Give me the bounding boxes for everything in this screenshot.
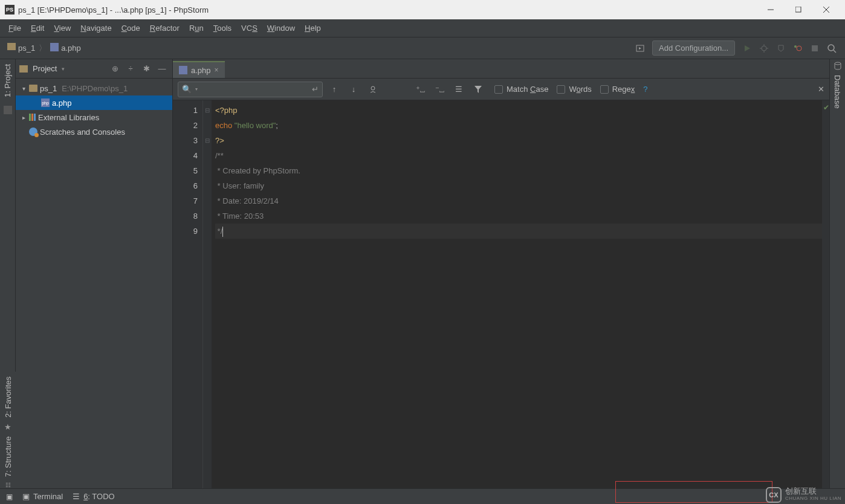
svg-rect-4: [7, 43, 16, 50]
close-tab-icon[interactable]: ×: [215, 66, 219, 74]
add-selection-icon[interactable]: ⁺⎵: [412, 82, 428, 97]
regex-checkbox[interactable]: Regex: [600, 85, 635, 94]
svg-rect-15: [812, 45, 818, 51]
words-checkbox[interactable]: Words: [557, 85, 591, 94]
menu-refactor[interactable]: Refactor: [145, 21, 184, 35]
menubar: FileEditViewNavigateCodeRefactorRunTools…: [0, 19, 845, 37]
brand-logo-icon: CX: [766, 487, 782, 503]
select-all-icon[interactable]: [365, 82, 381, 97]
run-button[interactable]: [739, 40, 756, 57]
menu-tools[interactable]: Tools: [209, 21, 236, 35]
debug-button[interactable]: [756, 40, 772, 57]
code-editor[interactable]: 123456789 ⊟⊟ <?phpecho "hello word";?>/*…: [173, 100, 829, 488]
brand-watermark: CX 创新互联CHUANG XIN HU LIAN: [766, 487, 841, 503]
fold-gutter[interactable]: ⊟⊟: [203, 100, 212, 488]
structure-tool-tab[interactable]: 7: Structure: [1, 431, 15, 482]
search-input[interactable]: 🔍 ▾ ↵: [178, 82, 323, 97]
folder-icon: [4, 106, 12, 114]
menu-edit[interactable]: Edit: [26, 21, 49, 35]
line-number-gutter: 123456789: [173, 100, 203, 488]
prev-match-button[interactable]: ↑: [326, 82, 342, 97]
project-dropdown-icon[interactable]: ▾: [62, 66, 65, 72]
coverage-button[interactable]: [772, 40, 789, 57]
menu-file[interactable]: File: [4, 21, 26, 35]
right-tool-strip: Database: [829, 59, 845, 488]
add-configuration-button[interactable]: Add Configuration...: [652, 40, 735, 56]
close-findbar-icon[interactable]: ✕: [818, 85, 824, 94]
match-case-checkbox[interactable]: Match Case: [494, 85, 548, 94]
menu-vcs[interactable]: VCS: [236, 21, 262, 35]
regex-help-icon[interactable]: ?: [643, 85, 647, 94]
svg-point-19: [371, 86, 375, 90]
folder-icon: [19, 65, 28, 73]
tree-node[interactable]: ▾ps_1E:\PHPDemo\ps_1: [16, 81, 172, 95]
highlight-box: [615, 481, 772, 503]
editor-tab-label: a.php: [191, 66, 211, 75]
search-icon: 🔍: [182, 85, 192, 94]
project-tree[interactable]: ▾ps_1E:\PHPDemo\ps_1phpa.php▸External Li…: [16, 79, 172, 488]
stop-button[interactable]: [806, 40, 823, 57]
structure-icon: ☷: [5, 482, 11, 488]
menu-help[interactable]: Help: [300, 21, 326, 35]
todo-tool-button[interactable]: ☰6: TODO: [73, 492, 115, 501]
menu-run[interactable]: Run: [184, 21, 209, 35]
breadcrumb-separator: 〉: [39, 43, 47, 54]
status-bar: ▣ ▣Terminal ☰6: TODO CX 创新互联CHUANG XIN H…: [0, 488, 845, 504]
svg-line-17: [834, 50, 836, 53]
terminal-tool-button[interactable]: ▣Terminal: [22, 492, 63, 501]
database-tool-tab[interactable]: Database: [830, 70, 844, 114]
search-everywhere-icon[interactable]: [823, 40, 840, 57]
left-tool-strip-bottom: 2: Favorites ★ 7: Structure ☷: [0, 372, 16, 488]
svg-point-8: [762, 46, 766, 51]
analysis-ok-icon: ✔: [823, 100, 829, 115]
breadcrumb-item[interactable]: ps_1: [5, 42, 37, 54]
svg-rect-18: [19, 65, 28, 73]
window-titlebar: PS ps_1 [E:\PHPDemo\ps_1] - ...\a.php [p…: [0, 0, 845, 19]
close-button[interactable]: [812, 0, 840, 19]
menu-navigate[interactable]: Navigate: [76, 21, 116, 35]
remove-selection-icon[interactable]: ⁻⎵: [432, 82, 447, 97]
chevron-down-icon[interactable]: ▾: [195, 86, 198, 92]
svg-point-14: [794, 45, 797, 48]
tree-node[interactable]: phpa.php: [16, 95, 172, 110]
database-icon: [834, 62, 842, 70]
svg-point-21: [835, 62, 841, 65]
gear-icon[interactable]: ✱: [140, 62, 153, 76]
favorites-tool-tab[interactable]: 2: Favorites: [1, 372, 15, 422]
code-content[interactable]: <?phpecho "hello word";?>/** * Created b…: [212, 100, 822, 488]
listen-debug-button[interactable]: [789, 40, 806, 57]
error-stripe: ✔: [822, 100, 829, 488]
filter-icon[interactable]: [470, 82, 486, 97]
svg-point-13: [797, 46, 801, 51]
svg-marker-6: [639, 47, 641, 50]
menu-window[interactable]: Window: [262, 21, 300, 35]
editor-tab[interactable]: a.php ×: [173, 61, 225, 78]
project-tool-tab[interactable]: 1: Project: [1, 59, 15, 102]
menu-view[interactable]: View: [49, 21, 76, 35]
next-match-button[interactable]: ↓: [346, 82, 361, 97]
svg-rect-1: [795, 7, 801, 12]
tool-windows-icon[interactable]: ▣: [6, 493, 13, 501]
find-bar: 🔍 ▾ ↵ ↑ ↓ ⁺⎵ ⁻⎵ ☰ Match Case Words Regex…: [173, 79, 829, 100]
project-panel: Project ▾ ⊕ ÷ ✱ — ▾ps_1E:\PHPDemo\ps_1ph…: [16, 59, 173, 488]
svg-point-16: [828, 45, 834, 51]
svg-marker-20: [474, 86, 482, 93]
collapse-icon[interactable]: ÷: [124, 62, 137, 76]
minimize-button[interactable]: [757, 0, 785, 19]
window-title: ps_1 [E:\PHPDemo\ps_1] - ...\a.php [ps_1…: [18, 5, 757, 15]
menu-code[interactable]: Code: [117, 21, 145, 35]
build-icon[interactable]: [632, 40, 649, 57]
locate-icon[interactable]: ⊕: [108, 62, 121, 76]
select-all-occurrences-icon[interactable]: ☰: [451, 82, 467, 97]
editor-area: a.php × 🔍 ▾ ↵ ↑ ↓ ⁺⎵ ⁻⎵ ☰ Match Case Wor…: [173, 59, 829, 488]
tree-node[interactable]: Scratches and Consoles: [16, 124, 172, 139]
php-file-icon: [179, 66, 187, 74]
maximize-button[interactable]: [785, 0, 812, 19]
enter-icon: ↵: [312, 85, 319, 94]
project-panel-title: Project: [33, 64, 57, 73]
breadcrumb-item[interactable]: a.php: [48, 42, 83, 54]
tree-node[interactable]: ▸External Libraries: [16, 110, 172, 124]
editor-tabs: a.php ×: [173, 59, 829, 79]
hide-icon[interactable]: —: [155, 62, 169, 76]
app-icon: PS: [5, 5, 15, 15]
